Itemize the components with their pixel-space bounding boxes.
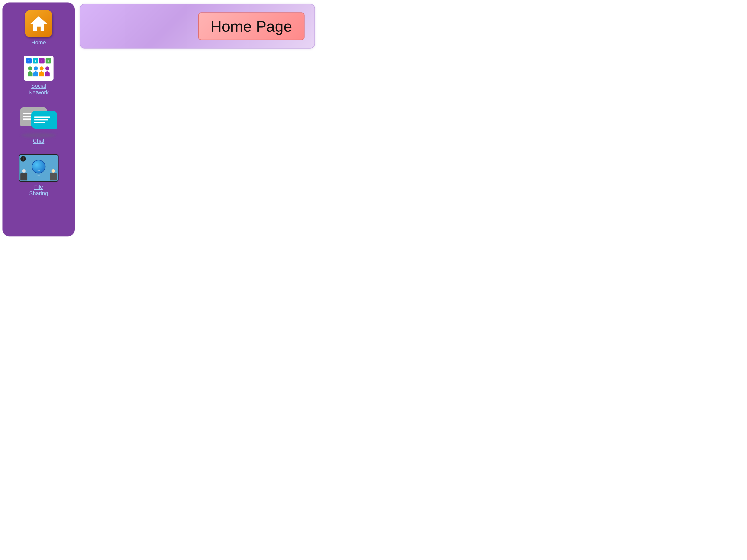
social-network-link[interactable]: SocialNetwork <box>29 83 49 96</box>
page-title: Home Page <box>211 18 292 35</box>
fileshare-person-left <box>20 169 27 181</box>
svg-marker-0 <box>30 16 47 31</box>
sidebar-item-social-network[interactable]: f t i g <box>24 56 54 96</box>
chat-link[interactable]: Chat <box>33 138 44 144</box>
page-title-box: Home Page <box>198 12 305 40</box>
social-people-row <box>26 64 52 78</box>
badge-instagram: i <box>39 58 45 63</box>
fileshare-info-badge: i <box>20 156 26 162</box>
sidebar-item-file-sharing[interactable]: i → ← FileSharing <box>19 154 58 197</box>
chat-icon <box>19 106 58 136</box>
sidebar: Home f t i g <box>2 2 75 236</box>
fileshare-inner: i → ← <box>20 155 58 181</box>
chat-shadow <box>21 133 56 138</box>
fileshare-arrows: → ← <box>37 168 40 177</box>
home-svg-icon <box>29 15 48 33</box>
home-link[interactable]: Home <box>31 39 46 46</box>
file-sharing-link[interactable]: FileSharing <box>29 184 48 197</box>
sidebar-item-home[interactable]: Home <box>25 10 52 46</box>
content-area <box>80 54 315 235</box>
main-content: Home Page <box>75 0 319 239</box>
badge-plus: g <box>46 58 51 63</box>
badge-twitter: t <box>33 58 38 63</box>
person-4 <box>45 66 50 76</box>
file-sharing-icon: i → ← <box>19 154 58 182</box>
badge-facebook: f <box>26 58 32 63</box>
home-icon <box>25 10 52 37</box>
social-network-icon: f t i g <box>24 56 54 81</box>
person-3 <box>39 66 44 76</box>
person-2 <box>33 66 38 76</box>
social-badges: f t i g <box>26 58 51 63</box>
chat-bubble-blue <box>31 111 57 129</box>
header-banner: Home Page <box>80 4 315 49</box>
fileshare-person-right <box>50 169 57 181</box>
sidebar-item-chat[interactable]: Chat <box>19 106 58 144</box>
person-1 <box>28 66 33 76</box>
